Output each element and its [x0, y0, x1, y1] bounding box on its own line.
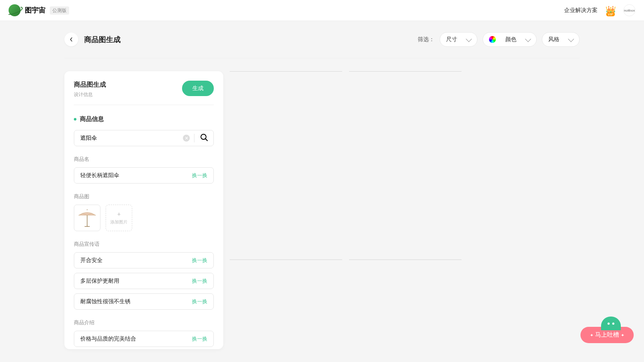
chevron-down-icon	[525, 36, 531, 42]
section-product-info: 商品信息	[74, 115, 214, 123]
result-placeholder	[230, 71, 342, 223]
result-placeholder	[230, 259, 342, 362]
filter-size-label: 尺寸	[446, 36, 457, 43]
swap-button[interactable]: 换一换	[192, 278, 207, 285]
product-image-thumb[interactable]	[74, 205, 100, 231]
panel-subtitle: 设计信息	[74, 91, 106, 98]
product-name-value[interactable]: 轻便长柄遮阳伞	[80, 172, 119, 179]
panel-header: 商品图生成 设计信息 生成	[74, 81, 214, 105]
swap-button[interactable]: 换一换	[192, 298, 207, 305]
filter-color-select[interactable]: 颜色	[483, 32, 537, 47]
tagline-row-1: 多层保护更耐用 换一换	[74, 273, 214, 289]
feedback-label: 马上吐槽	[595, 331, 619, 339]
plus-icon: +	[117, 211, 121, 217]
add-image-label: 添加图片	[110, 219, 128, 225]
top-header: 图宇宙 公测版 企业解决方案 👑 VIP nolibox	[0, 0, 644, 21]
section-product-info-label: 商品信息	[80, 115, 104, 123]
swap-button[interactable]: 换一换	[192, 257, 207, 264]
spark-icon: ✦	[621, 333, 624, 338]
product-name-row: 轻便长柄遮阳伞 换一换	[74, 167, 214, 184]
product-name-label: 商品名	[74, 156, 214, 163]
intro-row: 价格与品质的完美结合 换一换	[74, 331, 214, 347]
tagline-value-2[interactable]: 耐腐蚀性很强不生锈	[80, 298, 131, 305]
beta-badge: 公测版	[50, 6, 69, 15]
chevron-down-icon	[568, 36, 574, 42]
config-panel: 商品图生成 设计信息 生成 商品信息 ✕ 商品名 轻便长柄遮阳伞 换一换 商品图	[64, 71, 223, 349]
tagline-value-1[interactable]: 多层保护更耐用	[80, 277, 119, 285]
filter-label: 筛选：	[418, 36, 434, 43]
search-input[interactable]	[80, 133, 183, 144]
umbrella-icon	[77, 208, 97, 228]
header-right: 企业解决方案 👑 VIP nolibox	[564, 4, 635, 16]
swap-button[interactable]: 换一换	[192, 335, 207, 343]
svg-line-1	[206, 139, 208, 141]
search-divider	[194, 134, 194, 142]
panel-title: 商品图生成	[74, 81, 106, 89]
spark-icon: ✦	[590, 333, 593, 338]
header-left: 图宇宙 公测版	[9, 4, 69, 16]
back-button[interactable]	[64, 33, 78, 46]
main: 商品图生成 设计信息 生成 商品信息 ✕ 商品名 轻便长柄遮阳伞 换一换 商品图	[0, 58, 644, 362]
vip-badge[interactable]: 👑 VIP	[605, 6, 617, 15]
product-image-label: 商品图	[74, 193, 214, 200]
intro-value[interactable]: 价格与品质的完美结合	[80, 335, 136, 343]
add-image-button[interactable]: + 添加图片	[106, 205, 132, 231]
search-box: ✕	[74, 130, 214, 146]
chevron-down-icon	[466, 36, 472, 42]
search-button[interactable]	[199, 132, 209, 144]
search-icon	[200, 133, 208, 142]
filter-color-label: 颜色	[505, 36, 516, 43]
generate-button[interactable]: 生成	[182, 81, 214, 96]
image-row: + 添加图片	[74, 205, 214, 231]
swap-button[interactable]: 换一换	[192, 172, 207, 179]
subheader-left: 商品图生成	[64, 33, 121, 46]
vip-text: VIP	[606, 12, 615, 16]
intro-label: 商品介绍	[74, 319, 214, 326]
result-grid	[230, 71, 580, 362]
page-title: 商品图生成	[84, 35, 121, 45]
enterprise-link[interactable]: 企业解决方案	[564, 6, 598, 14]
color-wheel-icon	[489, 36, 496, 43]
clear-icon[interactable]: ✕	[183, 135, 190, 142]
result-placeholder	[349, 71, 462, 253]
avatar[interactable]: nolibox	[623, 4, 635, 16]
tagline-value-0[interactable]: 开合安全	[80, 256, 103, 264]
filter-style-label: 风格	[548, 36, 559, 43]
filter-style-select[interactable]: 风格	[542, 32, 580, 47]
chevron-left-icon	[69, 37, 73, 42]
filter-size-select[interactable]: 尺寸	[440, 32, 477, 47]
subheader-right: 筛选： 尺寸 颜色 风格	[418, 32, 580, 47]
dot-icon	[74, 118, 76, 121]
subheader: 商品图生成 筛选： 尺寸 颜色 风格	[0, 21, 644, 58]
brand-name: 图宇宙	[25, 6, 46, 15]
tagline-label: 商品宣传语	[74, 241, 214, 248]
result-placeholder	[349, 259, 462, 362]
feedback-float: ✦ 马上吐槽 ✦	[580, 327, 634, 343]
tagline-row-2: 耐腐蚀性很强不生锈 换一换	[74, 293, 214, 310]
tagline-row-0: 开合安全 换一换	[74, 252, 214, 268]
logo-icon	[9, 4, 21, 16]
